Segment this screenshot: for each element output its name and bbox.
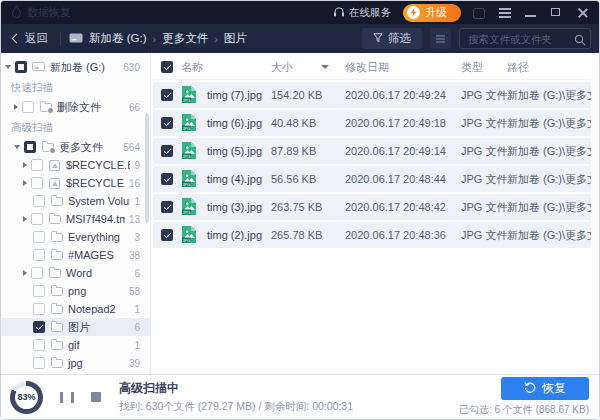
sidebar-item[interactable]: 图片 6 (1, 318, 150, 336)
file-checkbox[interactable] (161, 145, 173, 157)
item-checkbox[interactable] (31, 177, 43, 189)
folder-icon (49, 251, 64, 260)
file-date: 2020.06.17 20:48:42 (345, 201, 461, 213)
stop-button[interactable] (91, 392, 101, 402)
pause-button[interactable] (60, 392, 74, 403)
expander-arrow-icon[interactable] (23, 216, 27, 222)
online-service-button[interactable]: 在线服务 (333, 6, 391, 20)
breadcrumb-drive[interactable]: 新加卷 (G:) (89, 31, 147, 46)
filter-button[interactable]: 筛选 (362, 28, 422, 49)
file-row[interactable]: JPG timg (3).jpg 263.75 KB 2020.06.17 20… (153, 194, 591, 220)
expander-arrow-icon[interactable] (5, 65, 11, 69)
search-icon[interactable] (574, 32, 586, 50)
expander-arrow-icon[interactable] (14, 145, 20, 149)
svg-text:JPG: JPG (182, 125, 190, 130)
menu-icon[interactable] (499, 7, 511, 19)
sidebar-item[interactable]: jpg 39 (1, 354, 150, 372)
expander-arrow-icon[interactable] (14, 104, 18, 110)
sidebar-item[interactable]: #MAGES 38 (1, 246, 150, 264)
item-checkbox[interactable] (33, 285, 45, 297)
file-type: JPG 文件 (461, 172, 507, 187)
sidebar-item[interactable]: png 58 (1, 282, 150, 300)
item-count: 3 (134, 232, 150, 243)
sidebar-item[interactable]: 音乐 1 (1, 372, 150, 374)
file-row[interactable]: JPG timg (7).jpg 154.20 KB 2020.06.17 20… (153, 82, 591, 108)
file-size: 56.56 KB (271, 173, 345, 185)
file-size: 87.89 KB (271, 145, 345, 157)
item-label: 图片 (68, 320, 130, 335)
maximize-button[interactable] (551, 7, 563, 19)
item-checkbox[interactable] (31, 159, 43, 171)
breadcrumb-separator: › (153, 33, 157, 45)
file-path: 新加卷 (G:)\更多文件... (507, 228, 591, 243)
close-button[interactable] (577, 7, 589, 19)
item-checkbox[interactable] (24, 141, 36, 153)
file-checkbox[interactable] (161, 89, 173, 101)
header-size[interactable]: 大小 (271, 60, 293, 75)
file-checkbox[interactable] (161, 201, 173, 213)
file-date: 2020.06.17 20:49:18 (345, 117, 461, 129)
sidebar-scrollbar[interactable] (145, 113, 149, 223)
select-all-checkbox[interactable] (161, 61, 173, 73)
file-row[interactable]: JPG timg (4).jpg 56.56 KB 2020.06.17 20:… (153, 166, 591, 192)
item-label: 删除文件 (57, 100, 125, 115)
file-checkbox[interactable] (161, 173, 173, 185)
item-checkbox[interactable] (33, 249, 45, 261)
minimize-button[interactable] (525, 7, 537, 19)
file-checkbox[interactable] (161, 117, 173, 129)
item-checkbox[interactable] (31, 213, 43, 225)
table-header: 名称 大小 修改日期 类型 路径 (153, 55, 591, 80)
sidebar-item[interactable]: Word 6 (1, 264, 150, 282)
item-checkbox[interactable] (15, 61, 27, 73)
sort-arrow-icon[interactable] (321, 65, 329, 69)
lightning-icon (407, 6, 420, 19)
app-logo-text: 数据恢复 (27, 5, 71, 20)
recover-button[interactable]: 恢复 (501, 377, 589, 400)
item-checkbox[interactable] (31, 267, 43, 279)
breadcrumb-current[interactable]: 图片 (224, 31, 247, 46)
header-type[interactable]: 类型 (461, 60, 507, 75)
feedback-icon[interactable] (473, 7, 485, 19)
scan-progress-ring: 83% (10, 381, 43, 414)
item-checkbox[interactable] (33, 339, 45, 351)
breadcrumb-folder[interactable]: 更多文件 (162, 31, 208, 46)
file-date: 2020.06.17 20:48:36 (345, 229, 461, 241)
file-row[interactable]: JPG timg (6).jpg 40.48 KB 2020.06.17 20:… (153, 110, 591, 136)
sidebar-item[interactable]: Notepad2 1 (1, 300, 150, 318)
item-checkbox[interactable] (33, 303, 45, 315)
upgrade-button[interactable]: 升级 (403, 4, 461, 22)
sidebar-item[interactable]: 删除文件 66 (1, 98, 150, 116)
sidebar-item[interactable]: $RECYCLE.BIN 16 (1, 174, 150, 192)
item-checkbox[interactable] (33, 321, 45, 333)
sidebar-item[interactable]: Everything 3 (1, 228, 150, 246)
header-path[interactable]: 路径 (507, 60, 591, 75)
headset-icon (333, 6, 345, 20)
expander-arrow-icon[interactable] (23, 270, 27, 276)
file-name: timg (4).jpg (207, 173, 271, 185)
sidebar-item[interactable]: $RECYCLE.BIN 9 (1, 156, 150, 174)
sidebar-item[interactable]: System Volume Inf... 1 (1, 192, 150, 210)
sidebar-item[interactable]: 新加卷 (G:) 630 (1, 58, 150, 76)
sidebar-item[interactable]: MSI7f494.tmp 13 (1, 210, 150, 228)
file-size: 40.48 KB (271, 117, 345, 129)
folder-icon (49, 323, 64, 332)
file-checkbox[interactable] (161, 229, 173, 241)
jpg-file-icon: JPG (181, 113, 207, 134)
file-row[interactable]: JPG timg (2).jpg 265.78 KB 2020.06.17 20… (153, 222, 591, 248)
file-row[interactable]: JPG timg (5).jpg 87.89 KB 2020.06.17 20:… (153, 138, 591, 164)
header-date[interactable]: 修改日期 (345, 60, 461, 75)
header-name[interactable]: 名称 (181, 60, 271, 75)
item-checkbox[interactable] (22, 101, 34, 113)
sidebar-item[interactable]: 更多文件 564 (1, 138, 150, 156)
expander-arrow-icon[interactable] (23, 162, 27, 168)
upgrade-label: 升级 (425, 5, 447, 20)
sidebar-item[interactable]: gif 1 (1, 336, 150, 354)
item-checkbox[interactable] (33, 357, 45, 369)
item-checkbox[interactable] (33, 231, 45, 243)
search-input[interactable] (459, 28, 591, 49)
item-label: jpg (68, 357, 125, 369)
view-options-button[interactable] (430, 28, 451, 49)
back-button[interactable]: 返回 (9, 31, 52, 46)
expander-arrow-icon[interactable] (23, 180, 27, 186)
item-checkbox[interactable] (33, 195, 45, 207)
